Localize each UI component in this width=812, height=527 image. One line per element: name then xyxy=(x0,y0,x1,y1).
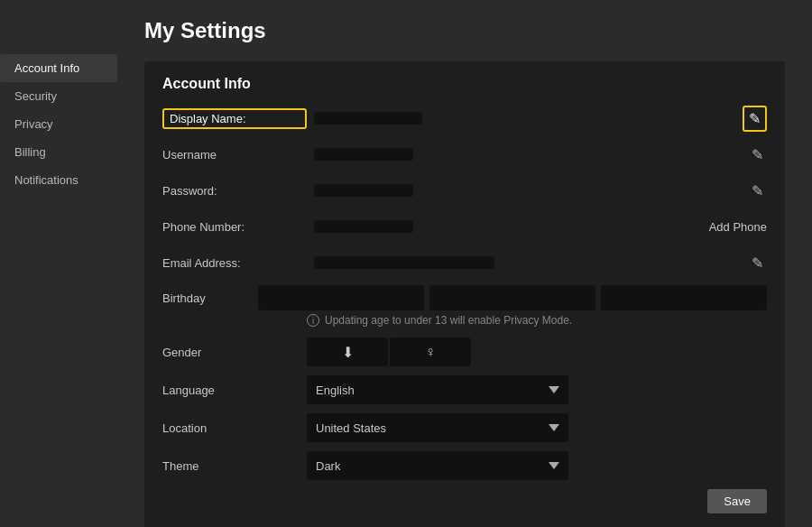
sidebar-item-notifications[interactable]: Notifications xyxy=(0,166,117,194)
account-info-title: Account Info xyxy=(162,76,767,92)
page-title: My Settings xyxy=(144,18,785,43)
location-label: Location xyxy=(162,421,307,435)
sidebar: Account Info Security Privacy Billing No… xyxy=(0,0,117,527)
username-label: Username xyxy=(162,148,307,162)
sidebar-item-billing[interactable]: Billing xyxy=(0,138,117,166)
display-name-value xyxy=(314,112,422,125)
theme-select[interactable]: Dark Light xyxy=(307,451,568,480)
save-row: Save xyxy=(162,489,767,513)
privacy-note-text: Updating age to under 13 will enable Pri… xyxy=(325,314,572,327)
sidebar-item-account-info[interactable]: Account Info xyxy=(0,54,117,82)
password-row: Password: ✎ xyxy=(162,177,767,204)
email-edit-icon[interactable]: ✎ xyxy=(748,251,767,275)
display-name-row: Display Name: ✎ xyxy=(162,105,767,132)
gender-row: Gender ⬇ ♀ xyxy=(162,337,767,366)
info-icon: i xyxy=(307,314,319,327)
phone-row: Phone Number: Add Phone xyxy=(162,213,767,240)
password-edit-icon[interactable]: ✎ xyxy=(748,179,767,203)
language-row: Language English Spanish French German P… xyxy=(162,375,767,404)
email-row: Email Address: ✎ xyxy=(162,249,767,276)
theme-row: Theme Dark Light xyxy=(162,451,767,480)
language-select[interactable]: English Spanish French German Portuguese… xyxy=(307,375,568,404)
password-value xyxy=(314,184,413,197)
sidebar-item-security[interactable]: Security xyxy=(0,82,117,110)
birthday-year-input[interactable] xyxy=(601,285,767,310)
birthday-month-input[interactable] xyxy=(258,285,424,310)
email-value xyxy=(314,256,494,269)
birthday-row: Birthday xyxy=(162,285,767,310)
location-select[interactable]: United States United Kingdom Canada Aust… xyxy=(307,413,568,442)
gender-male-button[interactable]: ⬇ xyxy=(307,337,388,366)
display-name-label: Display Name: xyxy=(162,108,307,129)
female-icon: ♀ xyxy=(425,344,436,360)
main-content: My Settings Account Info Display Name: ✎… xyxy=(117,0,812,527)
add-phone-button[interactable]: Add Phone xyxy=(709,220,767,234)
theme-label: Theme xyxy=(162,459,307,473)
birthday-day-input[interactable] xyxy=(429,285,595,310)
display-name-edit-icon[interactable]: ✎ xyxy=(743,106,767,132)
username-value xyxy=(314,148,413,161)
birthday-inputs xyxy=(258,285,767,310)
phone-value xyxy=(314,220,413,233)
password-label: Password: xyxy=(162,184,307,198)
language-label: Language xyxy=(162,384,307,397)
gender-female-button[interactable]: ♀ xyxy=(390,337,471,366)
gender-buttons: ⬇ ♀ xyxy=(307,337,471,366)
male-icon: ⬇ xyxy=(342,344,354,361)
account-info-section: Account Info Display Name: ✎ Username ✎ … xyxy=(144,61,785,527)
save-button[interactable]: Save xyxy=(707,489,767,513)
username-edit-icon[interactable]: ✎ xyxy=(748,143,767,167)
birthday-label: Birthday xyxy=(162,291,258,305)
privacy-note: i Updating age to under 13 will enable P… xyxy=(307,314,767,327)
email-label: Email Address: xyxy=(162,256,307,270)
sidebar-item-privacy[interactable]: Privacy xyxy=(0,110,117,138)
location-row: Location United States United Kingdom Ca… xyxy=(162,413,767,442)
gender-label: Gender xyxy=(162,346,307,359)
username-row: Username ✎ xyxy=(162,141,767,168)
phone-label: Phone Number: xyxy=(162,220,307,234)
